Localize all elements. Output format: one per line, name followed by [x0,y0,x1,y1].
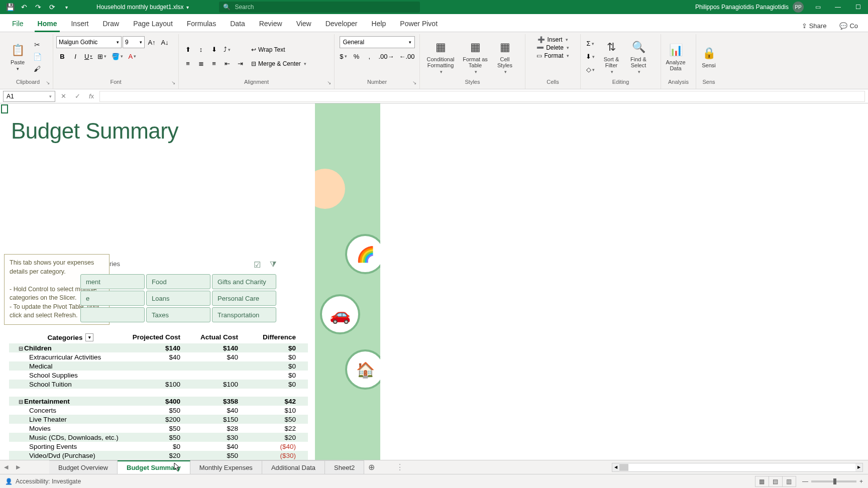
autosave-icon[interactable]: ⟳ [46,1,58,13]
save-icon[interactable]: 💾 [4,1,16,13]
name-box[interactable]: A1▾ [3,91,55,102]
slicer-btn-2[interactable]: Gifts and Charity [212,274,276,289]
slicer-btn-4[interactable]: Loans [146,291,210,306]
slicer-btn-5[interactable]: Personal Care [212,291,276,306]
pivot-row[interactable]: Sporting Events$0$40($40) [9,442,308,451]
fill-icon[interactable]: ⬇ [584,51,597,63]
align-left-icon[interactable]: ≡ [182,58,194,70]
increase-font-icon[interactable]: A↑ [146,36,158,48]
italic-button[interactable]: I [69,50,81,62]
scroll-thumb[interactable] [619,464,628,471]
number-launcher-icon[interactable]: ↘ [412,80,416,85]
tab-page-layout[interactable]: Page Layout [126,16,180,32]
decrease-font-icon[interactable]: A↓ [159,36,171,48]
copy-icon[interactable]: 📄 [31,51,43,62]
normal-view-icon[interactable]: ▦ [755,476,769,487]
undo-icon[interactable]: ↶ [18,1,30,13]
align-middle-icon[interactable]: ↕ [195,44,207,56]
add-sheet-icon[interactable]: ⊕ [364,462,378,472]
cancel-formula-icon[interactable]: ✕ [57,91,69,102]
font-name-select[interactable]: Malgun Gothic▾ [56,36,122,48]
decrease-indent-icon[interactable]: ⇤ [221,58,233,70]
scroll-left-icon[interactable]: ◀ [612,463,619,471]
increase-indent-icon[interactable]: ⇥ [234,58,246,70]
border-button[interactable]: ⊞ [95,50,108,62]
align-center-icon[interactable]: ≣ [195,58,207,70]
redo-icon[interactable]: ↷ [32,1,44,13]
format-painter-icon[interactable]: 🖌 [31,63,43,74]
fill-color-button[interactable]: 🪣 [110,50,125,62]
pivot-row[interactable]: Movies$50$28$22 [9,424,308,433]
slicer-btn-7[interactable]: Taxes [146,307,210,322]
pivot-row[interactable]: Extracurricular Activities$40$40$0 [9,352,308,361]
minimize-icon[interactable]: — [828,0,848,14]
enter-formula-icon[interactable]: ✓ [71,91,83,102]
sensitivity-button[interactable]: 🔒Sensi [699,45,718,68]
categories-filter-icon[interactable]: ▾ [85,333,93,341]
comments-button[interactable]: 💬Co [834,20,863,32]
cell-styles-button[interactable]: ▦Cell Styles [492,39,517,74]
pivot-group[interactable]: ⊟Entertainment$400$358$42 [9,397,308,406]
qat-more-icon[interactable]: ▾ [60,1,72,13]
decrease-decimal-icon[interactable]: ←.00 [397,50,417,62]
orientation-icon[interactable]: ⤴ [221,44,233,56]
multiselect-icon[interactable]: ☑ [254,260,261,270]
share-button[interactable]: ⇪Share [797,20,832,32]
underline-button[interactable]: U [82,50,94,62]
merge-center-button[interactable]: ⊟Merge & Center [248,58,309,70]
worksheet[interactable]: Budget Summary This tab shows your expen… [0,103,868,460]
font-size-select[interactable]: 9▾ [123,36,145,48]
find-select-button[interactable]: 🔍Find & Select [626,39,651,74]
page-break-view-icon[interactable]: ▥ [782,476,796,487]
sheet-tab[interactable]: Additional Data [262,460,325,474]
user-account[interactable]: Philippos Panagiotidis Panagiotidis PP [691,2,808,13]
toggle-icon[interactable]: ⊟ [18,345,23,352]
align-bottom-icon[interactable]: ⬇ [208,44,220,56]
tab-data[interactable]: Data [223,16,252,32]
pivot-group[interactable]: ⊟Children$140$140$0 [9,343,308,352]
slicer-btn-6[interactable] [80,307,145,322]
tab-review[interactable]: Review [252,16,289,32]
formula-input[interactable] [99,91,865,102]
tab-view[interactable]: View [289,16,318,32]
pivot-row[interactable]: Medical$0 [9,361,308,371]
pivot-row[interactable]: School Tuition$100$100$0 [9,380,308,389]
scroll-right-icon[interactable]: ▶ [855,463,862,471]
align-top-icon[interactable]: ⬆ [182,44,194,56]
delete-cells-button[interactable]: ➖Delete [536,44,569,51]
bold-button[interactable]: B [56,50,68,62]
zoom-out-icon[interactable]: — [802,478,808,485]
search-box[interactable]: 🔍 Search [219,2,420,13]
toggle-icon[interactable]: ⊟ [18,399,23,405]
slicer-btn-8[interactable]: Transportation [212,307,276,322]
autosum-icon[interactable]: Σ [584,38,597,50]
pivot-row[interactable]: Concerts$50$40$10 [9,406,308,415]
conditional-formatting-button[interactable]: ▦Conditional Formatting [423,39,458,74]
percent-format-icon[interactable]: % [350,50,362,62]
sheet-tab[interactable]: Sheet2 [325,460,364,474]
slicer-btn-3[interactable]: e [80,291,145,306]
font-color-button[interactable]: A [126,50,138,62]
format-as-table-button[interactable]: ▦Format as Table [460,39,490,74]
tab-draw[interactable]: Draw [95,16,126,32]
alignment-launcher-icon[interactable]: ↘ [327,80,331,85]
page-layout-view-icon[interactable]: ▤ [769,476,783,487]
slicer-btn-1[interactable]: Food [146,274,210,289]
wrap-text-button[interactable]: ↩Wrap Text [248,44,309,56]
file-name[interactable]: Household monthly budget1.xlsx▾ [96,4,189,11]
tab-home[interactable]: Home [31,16,64,32]
pivot-row[interactable]: Video/Dvd (Purchase)$20$50($30) [9,451,308,460]
ribbon-mode-icon[interactable]: ▭ [808,0,828,14]
zoom-in-icon[interactable]: + [859,478,863,485]
zoom-slider[interactable] [811,480,856,482]
clear-icon[interactable]: ◇ [584,64,597,76]
pivot-row[interactable]: School Supplies$0 [9,371,308,380]
tab-help[interactable]: Help [365,16,393,32]
maximize-icon[interactable]: ☐ [848,0,868,14]
tab-prev-icon[interactable]: ◀ [0,461,12,473]
tab-formulas[interactable]: Formulas [180,16,223,32]
sheet-tab[interactable]: Monthly Expenses [190,460,262,474]
cut-icon[interactable]: ✂ [31,39,43,50]
tab-power-pivot[interactable]: Power Pivot [393,16,445,32]
comma-format-icon[interactable]: , [363,50,375,62]
